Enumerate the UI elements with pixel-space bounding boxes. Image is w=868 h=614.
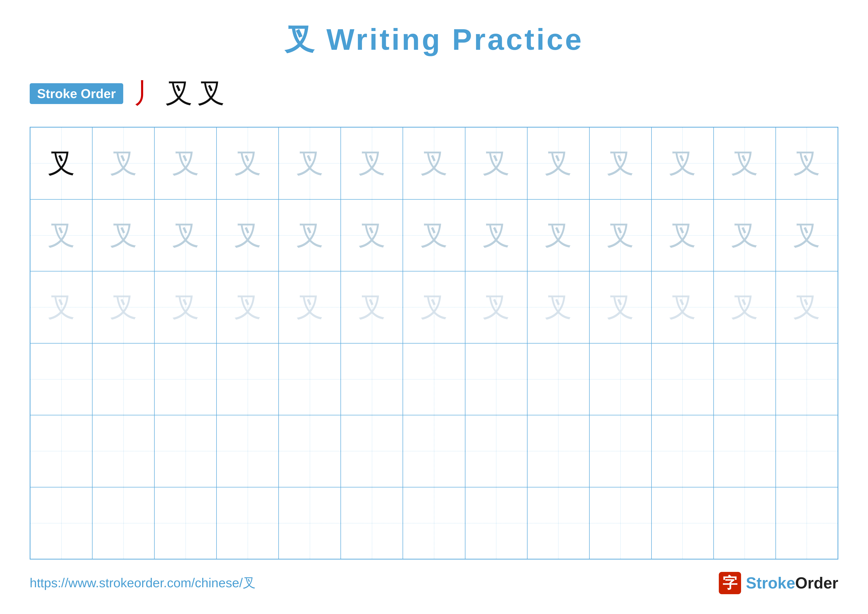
practice-char: 叉 [172,149,199,177]
grid-cell[interactable]: 叉 [154,271,217,343]
grid-cell[interactable] [465,343,527,415]
grid-cell[interactable]: 叉 [651,271,714,343]
grid-cell[interactable] [589,415,651,487]
grid-cell[interactable] [776,415,838,487]
grid-cell[interactable] [30,343,92,415]
footer-logo: 字 StrokeOrder [719,572,838,594]
practice-char: 叉 [731,294,758,321]
practice-char: 叉 [482,149,510,177]
grid-cell[interactable] [279,487,341,559]
grid-cell[interactable]: 叉 [154,127,217,199]
practice-char: 叉 [607,149,634,177]
grid-cell[interactable] [651,487,714,559]
grid-cell[interactable] [776,487,838,559]
grid-cell[interactable] [714,487,776,559]
footer: https://www.strokeorder.com/chinese/叉 字 … [30,572,838,594]
grid-cell[interactable] [217,487,279,559]
grid-cell[interactable]: 叉 [30,127,92,199]
title-area: 叉 Writing Practice [30,20,838,60]
practice-char: 叉 [545,149,572,177]
grid-cell[interactable] [776,343,838,415]
grid-cell[interactable]: 叉 [714,271,776,343]
grid-cell[interactable] [651,343,714,415]
stroke-char-1: 丿 [133,75,160,112]
grid-cell[interactable]: 叉 [527,271,589,343]
grid-cell[interactable] [341,487,403,559]
grid-cell[interactable]: 叉 [92,271,154,343]
grid-cell[interactable]: 叉 [341,127,403,199]
grid-cell[interactable]: 叉 [403,271,465,343]
grid-cell[interactable]: 叉 [217,199,279,272]
grid-cell[interactable] [154,487,217,559]
grid-cell[interactable]: 叉 [714,127,776,199]
grid-cell[interactable]: 叉 [714,199,776,272]
grid-cell[interactable] [589,487,651,559]
grid-cell[interactable] [714,415,776,487]
grid-cell[interactable] [651,415,714,487]
grid-cell[interactable]: 叉 [30,199,92,272]
grid-cell[interactable]: 叉 [527,199,589,272]
grid-cell[interactable] [589,343,651,415]
grid-cell[interactable]: 叉 [217,271,279,343]
grid-cell[interactable] [403,343,465,415]
grid-cell[interactable] [527,487,589,559]
grid-cell[interactable]: 叉 [403,199,465,272]
grid-cell[interactable]: 叉 [92,127,154,199]
grid-cell[interactable] [217,343,279,415]
grid-cell[interactable]: 叉 [279,199,341,272]
grid-cell[interactable]: 叉 [589,271,651,343]
practice-char: 叉 [545,294,572,321]
grid-cell[interactable]: 叉 [589,199,651,272]
grid-cell[interactable]: 叉 [217,127,279,199]
grid-cell[interactable] [465,487,527,559]
practice-char: 叉 [110,149,137,177]
grid-cell[interactable]: 叉 [651,127,714,199]
grid-cell[interactable] [465,415,527,487]
practice-char: 叉 [234,149,261,177]
grid-cell[interactable]: 叉 [92,199,154,272]
grid-cell[interactable] [403,415,465,487]
grid-cell[interactable] [714,343,776,415]
grid-cell[interactable] [154,343,217,415]
grid-cell[interactable] [527,415,589,487]
grid-cell[interactable]: 叉 [465,199,527,272]
grid-cell[interactable] [217,415,279,487]
grid-cell[interactable]: 叉 [341,199,403,272]
grid-cell[interactable] [30,415,92,487]
grid-cell[interactable]: 叉 [776,127,838,199]
grid-cell[interactable]: 叉 [465,127,527,199]
grid-cell[interactable] [279,343,341,415]
grid-cell[interactable]: 叉 [154,199,217,272]
grid-cell[interactable] [92,487,154,559]
practice-char: 叉 [48,294,75,321]
grid-cell[interactable]: 叉 [776,271,838,343]
grid-cell[interactable] [403,487,465,559]
stroke-order-badge: Stroke Order [30,83,123,104]
grid-cell[interactable] [341,415,403,487]
practice-char: 叉 [669,222,696,249]
practice-char: 叉 [545,222,572,249]
footer-url[interactable]: https://www.strokeorder.com/chinese/叉 [30,574,256,592]
grid-cell[interactable] [341,343,403,415]
grid-cell[interactable] [92,415,154,487]
grid-cell[interactable] [154,415,217,487]
grid-cell[interactable] [527,343,589,415]
grid-cell[interactable]: 叉 [651,199,714,272]
logo-text: StrokeOrder [746,574,838,592]
grid-cell[interactable]: 叉 [589,127,651,199]
grid-cell[interactable]: 叉 [279,271,341,343]
grid-cell[interactable] [279,415,341,487]
grid-cell[interactable]: 叉 [527,127,589,199]
practice-char: 叉 [358,294,386,321]
practice-char: 叉 [669,149,696,177]
grid-cell[interactable]: 叉 [465,271,527,343]
grid-cell[interactable]: 叉 [776,199,838,272]
grid-cell[interactable] [30,487,92,559]
grid-cell[interactable] [92,343,154,415]
grid-cell[interactable]: 叉 [279,127,341,199]
grid-cell[interactable]: 叉 [403,127,465,199]
logo-icon: 字 [719,572,741,594]
grid-cell[interactable]: 叉 [30,271,92,343]
practice-char: 叉 [358,222,386,249]
grid-cell[interactable]: 叉 [341,271,403,343]
